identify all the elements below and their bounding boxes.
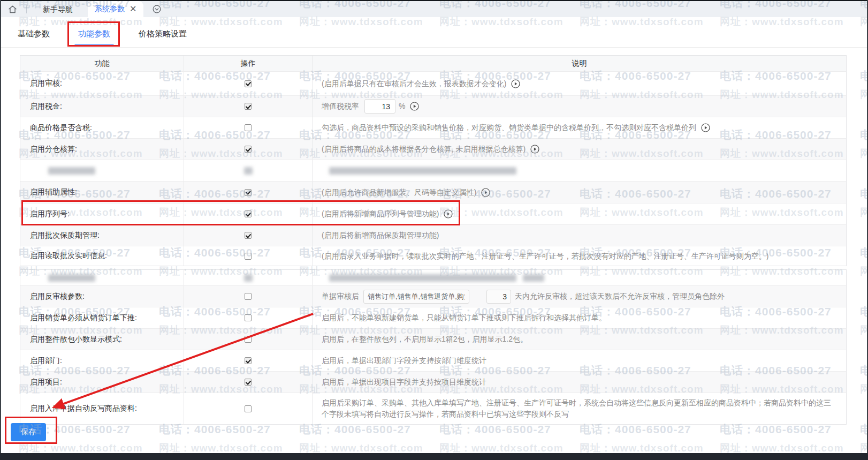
blurred-placeholder	[329, 274, 516, 282]
window-frame-bottom	[0, 453, 868, 460]
operation-cell	[184, 203, 313, 224]
function-cell: 启用辅助属性:	[20, 182, 184, 203]
function-cell: 启用整件散包小数显示模式:	[20, 329, 184, 350]
description-cell: (启用后将新增商品序列号管理功能)	[313, 203, 846, 224]
tab-bar: 新手导航 系统参数 ✕	[1, 1, 867, 17]
row-description: (启用后单据只有在审核后才会生效，报表数据才会变化)	[322, 78, 506, 89]
play-help-icon[interactable]	[511, 79, 520, 88]
operation-cell	[184, 329, 313, 350]
settings-table-section-2: 启用反审核参数:单据审核后天内允许反审核，超过该天数后不允许反审核，管理员角色除…	[20, 269, 847, 425]
table-row: 启用项目:启用后，单据出现项目字段并支持按项目维度统计	[20, 372, 846, 393]
window-frame-left	[0, 0, 1, 453]
description-cell: 增值税税率%	[313, 96, 846, 117]
row-checkbox[interactable]	[245, 357, 252, 364]
reaudit-days-input[interactable]	[486, 290, 511, 304]
app-window: { "tab_bar": { "home_icon": "house", "me…	[0, 0, 868, 460]
function-cell: 启用入库单据自动反写商品资料:	[20, 393, 184, 424]
blurred-placeholder	[244, 167, 253, 175]
home-icon[interactable]	[7, 4, 18, 14]
row-checkbox[interactable]	[245, 80, 252, 87]
operation-cell	[184, 225, 313, 246]
tab-label: 系统参数	[95, 4, 125, 14]
settings-table: 功能 操作 说明 启用审核:(启用后单据只有在审核后才会生效，报表数据才会变化)…	[20, 55, 847, 425]
row-checkbox[interactable]	[245, 210, 252, 217]
tab-system-parameters[interactable]: 系统参数 ✕	[88, 1, 143, 17]
description-cell: (启用后将新增商品保质期管理功能)	[313, 225, 846, 246]
play-help-icon[interactable]	[410, 102, 419, 111]
description-cell: 启用后，在整件散包列，不启用显示1箱2包，启用显示1.2包。	[313, 329, 846, 350]
row-label: 启用项目:	[30, 378, 62, 387]
play-help-icon[interactable]	[444, 209, 453, 218]
row-checkbox[interactable]	[245, 146, 252, 153]
operation-cell	[184, 393, 313, 424]
subtab-bar: 基础参数 功能参数 价格策略设置	[14, 21, 191, 47]
tax-rate-input[interactable]	[364, 99, 395, 114]
tab-newbie-guide[interactable]: 新手导航	[34, 1, 81, 17]
blurred-placeholder	[329, 167, 516, 175]
row-label: 启用部门:	[30, 356, 62, 366]
play-help-icon[interactable]	[530, 145, 539, 154]
table-row: 启用辅助属性:(启用后允许商品新增服装、尺码等自定义属性)	[20, 182, 846, 203]
blurred-placeholder	[244, 274, 253, 282]
row-description: 启用后采购订单、采购单、其他入库单填写产地、注册证号、生产许可证号时，系统会自动…	[322, 397, 834, 420]
subtab-basic-parameters[interactable]: 基础参数	[14, 21, 54, 47]
row-checkbox[interactable]	[245, 336, 252, 343]
row-label: 启用分仓核算:	[30, 145, 77, 154]
operation-cell	[184, 246, 313, 266]
row-description: (启用后将新增商品保质期管理功能)	[322, 230, 439, 241]
tax-rate-label: 增值税税率	[322, 101, 359, 112]
row-label: 商品价格是否含税:	[30, 123, 92, 133]
function-cell: 启用部门:	[20, 350, 184, 371]
operation-cell	[184, 72, 313, 95]
reaudit-doc-types-input[interactable]	[363, 290, 469, 304]
function-cell: 启用项目:	[20, 372, 184, 393]
operation-cell	[184, 372, 313, 393]
table-row: 启用读取批次实时信息:(启用后录入业务单据时，读取批次实时的产地、注册证号、生产…	[20, 246, 846, 266]
row-label: 启用辅助属性:	[30, 187, 77, 197]
row-checkbox[interactable]	[245, 293, 252, 300]
row-description: (启用后录入业务单据时，读取批次实时的产地、注册证号、生产许可证号，若批次没有对…	[322, 251, 768, 262]
row-checkbox[interactable]	[245, 124, 252, 131]
table-row: 商品价格是否含税:勾选后，商品资料中预设的采购和销售价格，对应购货、销货类单据中…	[20, 117, 846, 139]
operation-cell	[184, 307, 313, 328]
row-label: 启用批次保质期管理:	[30, 231, 100, 240]
subtab-price-strategy[interactable]: 价格策略设置	[135, 21, 191, 47]
reaudit-suffix-label: 天内允许反审核，超过该天数后不允许反审核，管理员角色除外	[515, 291, 725, 302]
row-checkbox[interactable]	[245, 314, 252, 321]
function-cell: 启用读取批次实时信息:	[20, 246, 184, 266]
close-icon[interactable]: ✕	[130, 5, 136, 13]
column-header-function: 功能	[20, 56, 184, 71]
row-checkbox[interactable]	[245, 253, 252, 260]
description-cell: 单据审核后天内允许反审核，超过该天数后不允许反审核，管理员角色除外	[313, 286, 846, 307]
function-cell	[20, 270, 184, 285]
table-row: 启用反审核参数:单据审核后天内允许反审核，超过该天数后不允许反审核，管理员角色除…	[20, 286, 846, 307]
percent-sign: %	[399, 101, 405, 112]
save-button[interactable]: 保存	[11, 423, 46, 441]
blurred-placeholder	[523, 274, 544, 282]
tab-list-dropdown-icon[interactable]	[152, 4, 162, 14]
row-checkbox[interactable]	[245, 103, 252, 110]
row-description: 启用后，不能单独新建销货单，只能从销货订单下推或则下推后拆行和选择其他订单。	[322, 312, 606, 323]
column-header-description: 说明	[313, 56, 846, 71]
row-checkbox[interactable]	[245, 189, 252, 196]
subtab-function-parameters[interactable]: 功能参数	[74, 21, 114, 47]
row-checkbox[interactable]	[245, 405, 252, 412]
row-description: (启用后将新增商品序列号管理功能)	[322, 208, 439, 220]
row-label: 启用反审核参数:	[30, 292, 85, 301]
function-cell: 启用税金:	[20, 96, 184, 117]
function-cell: 启用审核:	[20, 72, 184, 95]
play-help-icon[interactable]	[481, 188, 490, 197]
description-cell: (启用后将商品的成本将根据各分仓核算, 未启用根据总仓核算)	[313, 139, 846, 160]
table-row: 启用入库单据自动反写商品资料:启用后采购订单、采购单、其他入库单填写产地、注册证…	[20, 393, 846, 424]
row-checkbox[interactable]	[245, 379, 252, 386]
function-cell: 启用反审核参数:	[20, 286, 184, 307]
play-help-icon[interactable]	[701, 123, 710, 132]
function-cell	[20, 160, 184, 181]
description-cell	[313, 160, 846, 181]
settings-table-section-1: 功能 操作 说明 启用审核:(启用后单据只有在审核后才会生效，报表数据才会变化)…	[20, 55, 847, 266]
blurred-placeholder	[48, 167, 95, 175]
table-row: 启用税金:增值税税率%	[20, 96, 846, 117]
row-checkbox[interactable]	[245, 232, 252, 239]
operation-cell	[184, 350, 313, 371]
function-cell: 启用销货单必须从销货订单下推:	[20, 307, 184, 328]
